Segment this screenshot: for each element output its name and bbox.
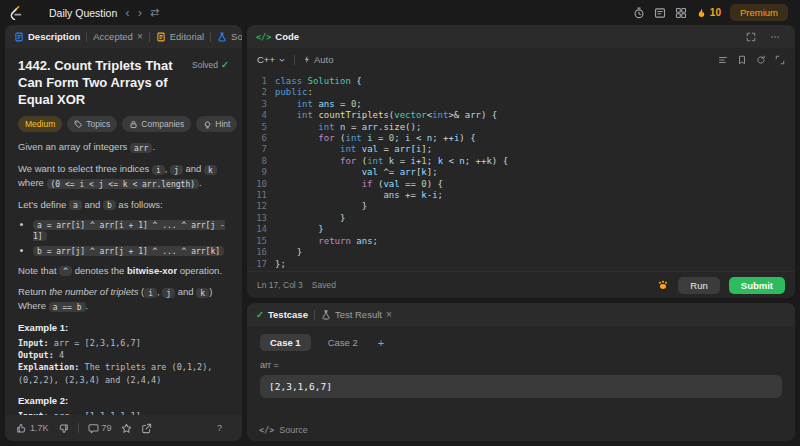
problem-header: 1442. Count Triplets That Can Form Two A…	[18, 57, 229, 108]
tab-editorial[interactable]: Editorial	[156, 31, 204, 42]
code-line: }	[275, 247, 789, 258]
case-2-tab[interactable]: Case 2	[318, 334, 368, 351]
tab-testcase[interactable]: ✓ Testcase	[256, 309, 308, 320]
description-paragraph: Return the number of triplets (i, j and …	[18, 285, 229, 313]
like-button[interactable]: 1.7K	[16, 423, 49, 434]
format-icon[interactable]	[718, 55, 728, 65]
editorial-icon	[156, 32, 166, 42]
tab-code[interactable]: </> Code	[256, 31, 299, 42]
code-line: for (int k = i+1; k < n; ++k) {	[275, 156, 789, 167]
comments-button[interactable]: 79	[88, 423, 112, 434]
tab-solutions[interactable]: Solutions	[217, 31, 242, 42]
solved-label: Solved	[192, 60, 218, 70]
chevron-left-icon[interactable]: ‹	[125, 6, 129, 19]
thumbs-down-icon	[58, 423, 69, 434]
companies-badge[interactable]: Companies	[122, 116, 191, 132]
language-value: C++	[257, 54, 275, 65]
param-input[interactable]: [2,3,1,6,7]	[260, 375, 782, 398]
close-icon[interactable]: ×	[137, 31, 143, 42]
right-column: </> Code C++	[247, 25, 795, 441]
example-block: Example 2:Input: arr = [1,1,1,1,1] Outpu…	[18, 395, 229, 415]
problem-panel: Description Accepted × Editorial Solutio…	[5, 25, 242, 441]
lightning-icon	[303, 55, 311, 64]
reset-icon[interactable]	[756, 55, 766, 65]
description-list: a = arr[i] ^ arr[i + 1] ^ ... ^ arr[j - …	[33, 219, 229, 256]
auto-toggle[interactable]: Auto	[303, 54, 334, 65]
help-icon[interactable]: ?	[217, 423, 222, 433]
streak-counter[interactable]: 10	[696, 7, 721, 19]
grid-icon[interactable]	[675, 7, 687, 19]
code-line: public:	[275, 87, 789, 98]
difficulty-badge[interactable]: Medium	[18, 116, 62, 132]
more-icon[interactable]	[770, 32, 780, 42]
topics-label: Topics	[86, 119, 110, 129]
divider	[86, 32, 87, 42]
tab-test-result[interactable]: Test Result ×	[321, 309, 392, 320]
favorite-button[interactable]	[121, 423, 132, 434]
shuffle-icon[interactable]: ⇄	[150, 6, 159, 19]
code-line: int n = arr.size();	[275, 122, 789, 133]
hint-label: Hint	[215, 119, 230, 129]
language-select[interactable]: C++	[257, 54, 286, 65]
tab-description[interactable]: Description	[14, 31, 80, 42]
testcase-check-icon: ✓	[256, 309, 264, 320]
hint-badge[interactable]: Hint	[196, 116, 237, 132]
share-button[interactable]	[141, 423, 152, 434]
run-button[interactable]: Run	[678, 277, 719, 294]
cursor-position: Ln 17, Col 3	[257, 280, 303, 290]
bookmark-icon[interactable]	[737, 55, 747, 65]
line-number: 1	[251, 76, 267, 87]
maximize-icon[interactable]	[775, 55, 785, 65]
line-number: 3	[251, 99, 267, 110]
line-number: 7	[251, 144, 267, 155]
add-case-button[interactable]: +	[375, 337, 387, 349]
code-line: class Solution {	[275, 76, 789, 87]
line-number: 5	[251, 122, 267, 133]
submit-button[interactable]: Submit	[729, 277, 785, 294]
share-icon	[141, 423, 152, 434]
comment-count: 79	[102, 423, 112, 433]
timer-icon[interactable]	[633, 7, 645, 19]
code-line: return ans;	[275, 236, 789, 247]
close-icon[interactable]: ×	[386, 309, 392, 320]
tab-description-label: Description	[28, 31, 80, 42]
menu-icon[interactable]	[30, 8, 41, 17]
testcase-panel: ✓ Testcase Test Result × Case 1 Case 2 +	[247, 303, 795, 441]
thumbs-up-icon	[16, 423, 27, 434]
chevron-down-icon	[278, 56, 286, 64]
daily-question-label[interactable]: Daily Question	[49, 7, 117, 19]
chevron-right-icon[interactable]: ›	[138, 6, 142, 19]
code-line: for (int i = 0; i < n; ++i) {	[275, 133, 789, 144]
code-panel-tabs: </> Code	[247, 25, 795, 48]
flask-icon	[321, 310, 331, 320]
streak-count: 10	[710, 7, 721, 18]
divider	[78, 423, 79, 433]
line-number: 12	[251, 201, 267, 212]
notes-icon[interactable]	[654, 7, 666, 19]
tab-testcase-label: Testcase	[268, 309, 308, 320]
description-paragraph: Note that ^ denotes the bitwise-xor oper…	[18, 264, 229, 278]
code-content: class Solution {public: int ans = 0; int…	[275, 76, 789, 271]
topics-badge[interactable]: Topics	[67, 116, 117, 132]
source-label[interactable]: Source	[279, 425, 308, 435]
code-panel: </> Code C++	[247, 25, 795, 298]
code-line: val ^= arr[k];	[275, 167, 789, 178]
code-line: }	[275, 224, 789, 235]
code-line: int val = arr[i];	[275, 144, 789, 155]
line-number: 15	[251, 236, 267, 247]
line-number: 17	[251, 259, 267, 270]
description-paragraph: We want to select three indices i, j and…	[18, 162, 229, 190]
premium-button[interactable]: Premium	[730, 4, 788, 21]
tab-code-label: Code	[275, 31, 299, 42]
case-1-tab[interactable]: Case 1	[260, 334, 311, 351]
leetcode-logo[interactable]	[9, 5, 22, 20]
code-editor[interactable]: 1234567891011121314151617 class Solution…	[247, 71, 795, 271]
solved-check-icon: ✓	[221, 59, 229, 70]
expand-icon[interactable]	[746, 32, 756, 42]
debugger-icon[interactable]	[657, 279, 669, 291]
tab-accepted[interactable]: Accepted ×	[93, 31, 142, 42]
dislike-button[interactable]	[58, 423, 69, 434]
line-number: 13	[251, 213, 267, 224]
solved-badge[interactable]: Solved ✓	[192, 59, 229, 70]
code-icon: </>	[256, 32, 271, 42]
